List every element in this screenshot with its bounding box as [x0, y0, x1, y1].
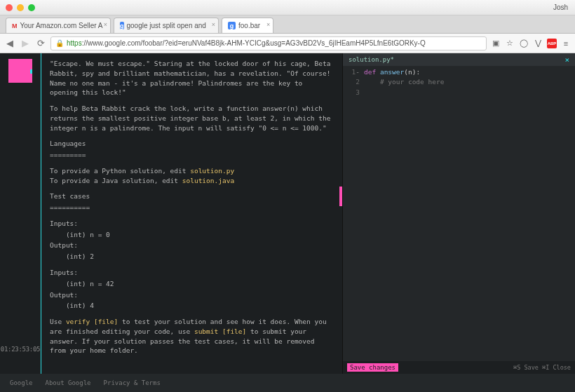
back-button[interactable]: ◀	[4, 38, 15, 48]
tab-google-split[interactable]: g google just split open and ×	[114, 18, 219, 33]
app-main: 01:23:53:05 "Escape. We must escape." St…	[0, 53, 575, 374]
avatar	[8, 59, 32, 83]
footer-link-about[interactable]: About Google	[46, 379, 91, 386]
editor-filename: solution.py*	[349, 56, 394, 63]
problem-pane[interactable]: "Escape. We must escape." Staring at the…	[41, 53, 342, 374]
code-line: 3	[343, 88, 575, 97]
tab-label: Your Amazon.com Seller A	[20, 22, 103, 29]
fold-icon[interactable]: -	[356, 68, 360, 76]
language-hint: To provide a Python solution, edit solut…	[50, 166, 334, 176]
testcase-value: (int) n = 42	[50, 279, 334, 289]
filename-link: solution.py	[190, 167, 234, 175]
editor-header: solution.py* ×	[343, 53, 575, 66]
pocket-icon[interactable]: ⋁	[533, 39, 543, 48]
traffic-lights	[6, 4, 35, 11]
tab-label: google just split open and	[127, 22, 206, 29]
problem-text: To help Beta Rabbit crack the lock, writ…	[50, 104, 334, 133]
menu-icon[interactable]: ≡	[561, 39, 571, 48]
testcase-label: Inputs:	[50, 268, 334, 278]
line-number: 1-	[343, 67, 364, 77]
line-number: 2	[343, 77, 364, 87]
extension-icons: ▣ ☆ ◯ ⋁ ABP ≡	[491, 39, 571, 48]
line-number: 3	[343, 88, 364, 97]
footer-link-privacy[interactable]: Privacy & Terms	[104, 379, 161, 386]
close-icon[interactable]: ×	[266, 21, 270, 28]
tab-amazon[interactable]: M Your Amazon.com Seller A ×	[6, 18, 111, 33]
tab-foobar[interactable]: g foo.bar ×	[222, 18, 273, 33]
scrollbar-thumb[interactable]	[339, 187, 342, 206]
url-text: ://www.google.com/foobar/?eid=eruNVaf4B8…	[82, 39, 426, 47]
testcase-value: (int) 2	[50, 252, 334, 262]
testcase-value: (int) 4	[50, 301, 334, 311]
gmail-icon: M	[12, 22, 18, 30]
bookmark-icon[interactable]: ☆	[505, 39, 515, 48]
app-footer: Google About Google Privacy & Terms	[0, 374, 575, 392]
command-text: verify [file]	[66, 318, 118, 325]
section-header: Languages	[50, 139, 334, 149]
section-header: Test cases	[50, 191, 334, 201]
keyboard-hints: ⌘S Save ⌘I Close	[513, 364, 571, 371]
code-line: 2 # your code here	[343, 77, 575, 87]
command-text: submit [file]	[194, 327, 246, 335]
adblock-icon[interactable]: ABP	[547, 39, 557, 48]
testcase-label: Inputs:	[50, 219, 334, 229]
editor-footer: Save changes ⌘S Save ⌘I Close	[343, 361, 575, 374]
problem-text: "Escape. We must escape." Staring at the…	[50, 59, 334, 97]
filename-link: solution.java	[182, 177, 234, 184]
section-rule: ==========	[50, 203, 334, 212]
left-sidebar: 01:23:53:05	[0, 53, 41, 374]
foobar-app: 01:23:53:05 "Escape. We must escape." St…	[0, 53, 575, 392]
profile-name[interactable]: Josh	[553, 4, 568, 11]
window-titlebar: Josh	[0, 0, 575, 15]
code-editor[interactable]: 1- def answer(n): 2 # your code here 3	[343, 66, 575, 361]
tab-label: foo.bar	[238, 22, 260, 29]
google-icon: g	[228, 22, 236, 29]
url-protocol: https	[67, 39, 82, 47]
close-icon[interactable]: ×	[104, 21, 107, 28]
close-icon[interactable]: ×	[564, 55, 569, 65]
save-changes-button[interactable]: Save changes	[347, 363, 398, 372]
code-line: 1- def answer(n):	[343, 67, 575, 77]
close-icon[interactable]: ×	[212, 21, 215, 28]
editor-pane: solution.py* × 1- def answer(n): 2 # you…	[342, 53, 575, 374]
testcase-label: Output:	[50, 290, 334, 300]
tab-strip: M Your Amazon.com Seller A × g google ju…	[0, 15, 575, 34]
url-input[interactable]: 🔒 https://www.google.com/foobar/?eid=eru…	[50, 36, 487, 50]
google-icon: g	[120, 22, 124, 29]
minimize-window-button[interactable]	[17, 4, 24, 11]
footer-link-google[interactable]: Google	[10, 379, 33, 386]
extension-icon[interactable]: ▣	[491, 39, 501, 48]
usage-hint: Use verify [file] to test your solution …	[50, 317, 334, 356]
reload-button[interactable]: ⟳	[35, 38, 46, 48]
section-rule: =========	[50, 150, 334, 160]
testcase-label: Output:	[50, 241, 334, 250]
address-bar: ◀ ▶ ⟳ 🔒 https://www.google.com/foobar/?e…	[0, 34, 575, 53]
language-hint: To provide a Java solution, edit solutio…	[50, 176, 334, 186]
testcase-value: (int) n = 0	[50, 230, 334, 240]
countdown-timer: 01:23:53:05	[1, 346, 40, 353]
close-window-button[interactable]	[6, 4, 13, 11]
extension-icon[interactable]: ◯	[519, 39, 529, 48]
fullscreen-window-button[interactable]	[28, 4, 35, 11]
forward-button[interactable]: ▶	[20, 38, 31, 48]
lock-icon: 🔒	[55, 39, 64, 47]
